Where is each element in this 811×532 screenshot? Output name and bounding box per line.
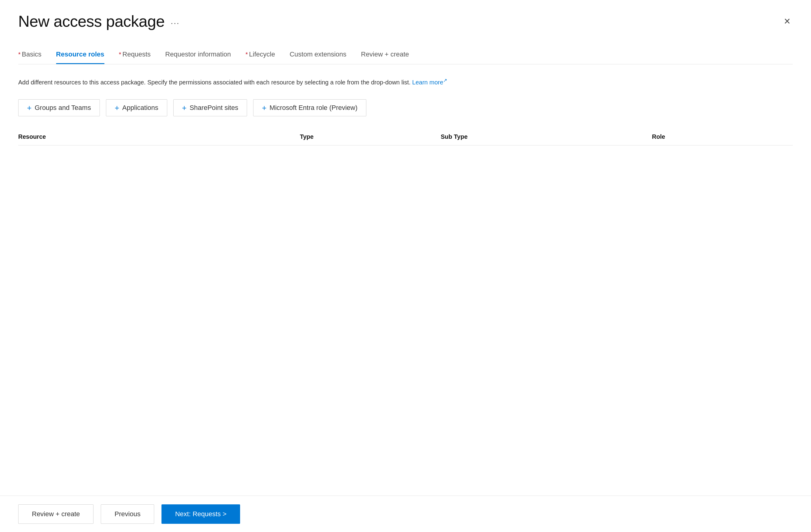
header-left: New access package ... xyxy=(18,12,180,30)
tab-resource-roles[interactable]: Resource roles xyxy=(56,46,104,64)
header-row: New access package ... × xyxy=(18,12,793,30)
footer: Review + create Previous Next: Requests … xyxy=(0,496,811,532)
close-button[interactable]: × xyxy=(782,15,793,28)
plus-icon-groups: + xyxy=(27,104,32,112)
external-link-icon: ↗ xyxy=(443,78,447,83)
plus-icon-sharepoint: + xyxy=(182,104,187,112)
plus-icon-applications: + xyxy=(115,104,119,112)
required-star-basics: * xyxy=(18,51,21,58)
tab-lifecycle[interactable]: * Lifecycle xyxy=(246,46,275,64)
required-star-lifecycle: * xyxy=(246,51,248,58)
page-title: New access package xyxy=(18,12,165,30)
col-type: Type xyxy=(300,133,441,140)
groups-teams-button[interactable]: + Groups and Teams xyxy=(18,99,100,116)
tab-custom-extensions[interactable]: Custom extensions xyxy=(290,46,346,64)
tab-requestor-info[interactable]: Requestor information xyxy=(165,46,231,64)
next-requests-button[interactable]: Next: Requests > xyxy=(162,504,240,524)
tab-review-create[interactable]: Review + create xyxy=(361,46,409,64)
sharepoint-sites-button[interactable]: + SharePoint sites xyxy=(173,99,247,116)
table-header: Resource Type Sub Type Role xyxy=(18,128,793,146)
previous-button[interactable]: Previous xyxy=(101,504,154,524)
applications-button[interactable]: + Applications xyxy=(106,99,167,116)
review-create-button[interactable]: Review + create xyxy=(18,504,93,524)
col-role: Role xyxy=(652,133,793,140)
table-body xyxy=(18,146,793,532)
learn-more-link[interactable]: Learn more↗ xyxy=(412,79,447,86)
plus-icon-entra: + xyxy=(262,104,266,112)
resource-buttons: + Groups and Teams + Applications + Shar… xyxy=(18,99,793,116)
description-text: Add different resources to this access p… xyxy=(18,77,793,87)
page-container: New access package ... × * Basics Resour… xyxy=(0,0,811,532)
entra-role-button[interactable]: + Microsoft Entra role (Preview) xyxy=(253,99,366,116)
col-resource: Resource xyxy=(18,133,300,140)
more-options-icon[interactable]: ... xyxy=(171,16,179,26)
col-sub-type: Sub Type xyxy=(441,133,652,140)
tabs-row: * Basics Resource roles * Requests Reque… xyxy=(18,46,793,64)
tab-requests[interactable]: * Requests xyxy=(119,46,151,64)
tab-basics[interactable]: * Basics xyxy=(18,46,42,64)
required-star-requests: * xyxy=(119,51,121,58)
